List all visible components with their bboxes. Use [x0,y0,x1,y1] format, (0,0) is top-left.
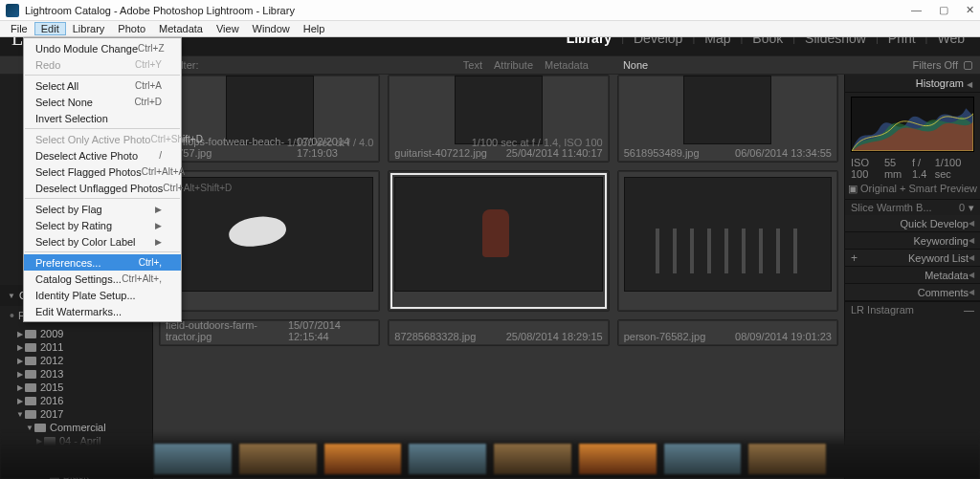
chevron-right-icon: ▶ [15,383,25,392]
thumbnail-grid[interactable]: 1/160 sec at f / 4.0flip-flops-footwear-… [153,75,844,479]
panel-keyword-list[interactable]: +Keyword List ◀ [845,250,980,267]
menuitem-select-by-flag[interactable]: Select by Flag▶ [24,201,181,217]
grid-cell[interactable]: field-outdoors-farm-tractor.jpg15/07/201… [159,319,380,346]
plus-icon[interactable]: + [851,251,858,265]
thumbnail[interactable] [683,76,771,144]
tree-label: 2013 [40,368,63,380]
chevron-left-icon: ◀ [969,219,974,228]
thumbnail[interactable] [166,177,373,292]
tree-label: 2017 [40,408,63,420]
menu-window[interactable]: Window [246,22,297,35]
menuitem-identity-plate-setup[interactable]: Identity Plate Setup... [24,287,181,303]
thumbnail[interactable] [455,76,543,144]
grid-cell[interactable]: 5618953489.jpg06/06/2014 13:34:55 [617,75,838,163]
date: 08/09/2014 19:01:23 [735,331,832,342]
window-minimize[interactable]: — [911,4,922,16]
grid-cell[interactable]: 1/100 sec at f / 1.4, ISO 100guitarist-4… [388,75,609,163]
menu-library[interactable]: Library [66,22,112,35]
grid-cell[interactable]: 1/160 sec at f / 4.0flip-flops-footwear-… [159,75,380,163]
tag-row[interactable]: LR Instagram — [845,301,980,316]
filename: guitarist-407212.jpg [394,147,487,159]
tree-label: 2009 [40,328,63,339]
filter-attribute[interactable]: Attribute [494,59,533,71]
date: 25/08/2014 18:29:15 [506,331,603,342]
histogram[interactable] [851,97,974,152]
date: 07/02/2014 17:19:03 [297,136,373,159]
menu-file[interactable]: File [4,22,34,35]
grid-cell[interactable]: 87285683328.jpg25/08/2014 18:29:15 [388,319,609,346]
bullet-icon: • [10,311,14,320]
menu-edit[interactable]: Edit [34,22,66,35]
filters-off-label[interactable]: Filters Off [913,59,958,71]
filter-text[interactable]: Text [463,59,482,71]
panel-keywording[interactable]: Keywording ◀ [845,232,980,250]
window-maximize[interactable]: ▢ [939,4,948,16]
menuitem-select-none[interactable]: Select NoneCtrl+D [24,94,181,110]
chevron-left-icon: ◀ [969,271,974,279]
window-close[interactable]: ✕ [966,4,974,16]
menuitem-catalog-settings[interactable]: Catalog Settings...Ctrl+Alt+, [24,271,181,287]
folder-icon [25,410,36,419]
menu-help[interactable]: Help [297,22,332,35]
minus-icon[interactable]: — [964,304,974,316]
menuitem-select-flagged-photos[interactable]: Select Flagged PhotosCtrl+Alt+A [24,163,181,180]
folder-2012[interactable]: ▶2012 [0,354,152,367]
menuitem-select-by-color-label[interactable]: Select by Color Label▶ [24,233,181,250]
filmstrip[interactable] [0,431,980,479]
filter-none[interactable]: None [623,59,648,71]
menuitem-preferences[interactable]: Preferences...Ctrl+, [24,254,181,271]
filename: 87285683328.jpg [394,331,476,342]
chevron-left-icon: ◀ [969,236,974,245]
chevron-left-icon: ◀ [969,288,974,296]
menuitem-deselect-unflagged-photos[interactable]: Deselect Unflagged PhotosCtrl+Alt+Shift+… [24,180,181,196]
window-titlebar-overlay: Lightroom Catalog - Adobe Photoshop Ligh… [0,0,980,21]
folder-2011[interactable]: ▶2011 [0,340,152,354]
menuitem-undo-module-change[interactable]: Undo Module ChangeCtrl+Z [24,40,181,56]
chevron-right-icon: ▶ [15,397,25,405]
folder-icon [25,330,36,338]
menu-metadata[interactable]: Metadata [152,22,210,35]
chevron-right-icon: ▶ [155,237,162,247]
menu-view[interactable]: View [210,22,246,35]
chevron-right-icon: ▶ [155,205,162,214]
thumbnail[interactable] [624,177,832,292]
tree-label: 2015 [40,381,63,393]
menuitem-invert-selection[interactable]: Invert Selection [24,110,181,126]
panel-metadata[interactable]: Metadata ◀ [845,267,980,284]
folder-2017[interactable]: ▼2017 [0,407,152,421]
chevron-right-icon: ▶ [155,221,162,230]
grid-cell[interactable] [388,170,609,312]
date: 15/07/2014 12:15:44 [288,319,373,342]
folder-2009[interactable]: ▶2009 [0,327,152,340]
histogram-header[interactable]: Histogram ◀ [845,75,980,93]
menu-bar[interactable]: FileEditLibraryPhotoMetadataViewWindowHe… [0,21,980,37]
filename: person-76582.jpg [624,331,706,342]
chevron-right-icon: ▶ [15,357,25,365]
chevron-down-icon: ▼ [8,292,15,300]
thumbnail[interactable] [394,177,602,292]
folder-2013[interactable]: ▶2013 [0,367,152,381]
folder-2016[interactable]: ▶2016 [0,394,152,407]
tree-label: 2016 [40,395,63,406]
chevron-right-icon: ▶ [15,370,25,379]
menuitem-edit-watermarks[interactable]: Edit Watermarks... [24,303,181,319]
slider-row[interactable]: Slice Warmth B... 0 ▾ [845,200,980,215]
tree-label: 2011 [40,341,63,353]
filename: field-outdoors-farm-tractor.jpg [166,319,288,342]
grid-cell[interactable]: person-76582.jpg08/09/2014 19:01:23 [617,319,838,346]
menuitem-deselect-active-photo[interactable]: Deselect Active Photo/ [24,147,181,163]
panel-quick-develop[interactable]: Quick Develop ◀ [845,215,980,232]
lock-icon[interactable] [964,61,972,70]
menuitem-select-by-rating[interactable]: Select by Rating▶ [24,217,181,233]
filter-metadata[interactable]: Metadata [545,59,589,71]
edit-menu[interactable]: Undo Module ChangeCtrl+ZRedoCtrl+YSelect… [23,37,182,322]
date: 06/06/2014 13:34:55 [735,147,832,159]
menu-photo[interactable]: Photo [111,22,152,35]
panel-comments[interactable]: Comments ◀ [845,284,980,301]
folder-2015[interactable]: ▶2015 [0,381,152,394]
chevron-right-icon: ▶ [15,343,25,352]
menuitem-select-all[interactable]: Select AllCtrl+A [24,77,181,94]
grid-cell[interactable] [617,170,838,312]
thumbnail[interactable] [226,76,314,144]
menuitem-redo: RedoCtrl+Y [24,56,181,73]
